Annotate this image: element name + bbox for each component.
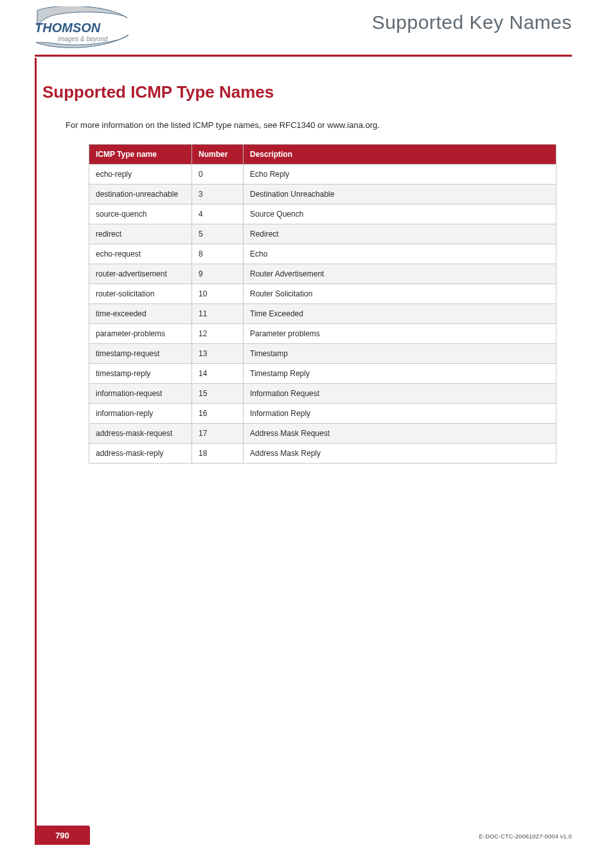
table-header-row: ICMP Type name Number Description [89, 145, 556, 165]
cell-description: Timestamp [244, 344, 556, 364]
cell-number: 12 [192, 324, 244, 344]
cell-description: Timestamp Reply [244, 364, 556, 384]
cell-name: parameter-problems [89, 324, 192, 344]
col-header-description: Description [244, 145, 556, 165]
table-row: time-exceeded11Time Exceeded [89, 304, 556, 324]
table-row: address-mask-reply18Address Mask Reply [89, 444, 556, 464]
cell-description: Echo [244, 244, 556, 264]
cell-description: Address Mask Reply [244, 444, 556, 464]
cell-description: Information Reply [244, 404, 556, 424]
cell-number: 9 [192, 264, 244, 284]
cell-description: Destination Unreachable [244, 185, 556, 204]
table-row: echo-reply0Echo Reply [89, 165, 556, 185]
cell-number: 11 [192, 304, 244, 324]
cell-name: echo-request [89, 244, 192, 264]
brand-main: THOMSON [35, 21, 101, 35]
brand-tagline: images & beyond [58, 35, 108, 42]
cell-description: Redirect [244, 224, 556, 244]
table-row: redirect5Redirect [89, 224, 556, 244]
cell-description: Address Mask Request [244, 424, 556, 444]
table-row: information-reply16Information Reply [89, 404, 556, 424]
cell-name: router-advertisement [89, 264, 192, 284]
cell-name: time-exceeded [89, 304, 192, 324]
cell-name: redirect [89, 224, 192, 244]
table-row: source-quench4Source Quench [89, 204, 556, 224]
table-row: timestamp-reply14Timestamp Reply [89, 364, 556, 384]
cell-description: Parameter problems [244, 324, 556, 344]
icmp-type-table: ICMP Type name Number Description echo-r… [89, 144, 556, 464]
col-header-name: ICMP Type name [89, 145, 192, 165]
running-title: Supported Key Names [372, 12, 572, 33]
cell-name: router-solicitation [89, 284, 192, 304]
cell-name: destination-unreachable [89, 185, 192, 204]
page-body: Supported ICMP Type Names For more infor… [42, 82, 572, 464]
cell-description: Router Solicitation [244, 284, 556, 304]
cell-number: 17 [192, 424, 244, 444]
table-row: parameter-problems12Parameter problems [89, 324, 556, 344]
page-header: THOMSON images & beyond Supported Key Na… [0, 0, 613, 58]
cell-name: timestamp-request [89, 344, 192, 364]
cell-description: Source Quench [244, 204, 556, 224]
cell-name: address-mask-request [89, 424, 192, 444]
cell-number: 16 [192, 404, 244, 424]
table-row: timestamp-request13Timestamp [89, 344, 556, 364]
cell-name: information-reply [89, 404, 192, 424]
header-rule-shadow [35, 57, 572, 57]
left-spine [35, 58, 37, 845]
table-row: address-mask-request17Address Mask Reque… [89, 424, 556, 444]
cell-number: 18 [192, 444, 244, 464]
cell-number: 0 [192, 165, 244, 185]
cell-number: 5 [192, 224, 244, 244]
section-heading: Supported ICMP Type Names [42, 82, 572, 102]
cell-number: 15 [192, 384, 244, 404]
cell-number: 10 [192, 284, 244, 304]
cell-name: echo-reply [89, 165, 192, 185]
page-number: 790 [55, 831, 69, 840]
table-row: destination-unreachable3Destination Unre… [89, 185, 556, 204]
col-header-number: Number [192, 145, 244, 165]
cell-number: 14 [192, 364, 244, 384]
page-footer: 790 E-DOC-CTC-20061027-0004 v1.0 [35, 819, 572, 845]
cell-number: 4 [192, 204, 244, 224]
table-row: information-request15Information Request [89, 384, 556, 404]
cell-number: 3 [192, 185, 244, 204]
table-row: router-advertisement9Router Advertisemen… [89, 264, 556, 284]
cell-name: address-mask-reply [89, 444, 192, 464]
cell-description: Information Request [244, 384, 556, 404]
brand-logo: THOMSON images & beyond [33, 6, 130, 49]
cell-name: timestamp-reply [89, 364, 192, 384]
doc-id: E-DOC-CTC-20061027-0004 v1.0 [479, 833, 572, 840]
cell-description: Time Exceeded [244, 304, 556, 324]
cell-number: 13 [192, 344, 244, 364]
page-number-tab: 790 [35, 826, 90, 845]
cell-description: Echo Reply [244, 165, 556, 185]
table-row: echo-request8Echo [89, 244, 556, 264]
cell-name: source-quench [89, 204, 192, 224]
cell-description: Router Advertisement [244, 264, 556, 284]
table-row: router-solicitation10Router Solicitation [89, 284, 556, 304]
cell-name: information-request [89, 384, 192, 404]
cell-number: 8 [192, 244, 244, 264]
lead-paragraph: For more information on the listed ICMP … [66, 120, 572, 130]
